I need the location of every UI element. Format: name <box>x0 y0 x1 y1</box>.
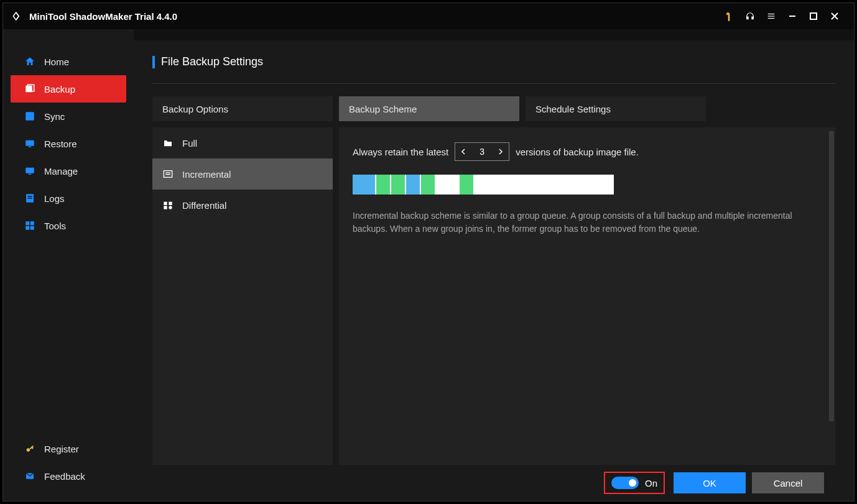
sidebar-item-backup[interactable]: Backup <box>11 75 126 103</box>
svg-rect-18 <box>30 221 34 225</box>
title-marker <box>152 56 155 68</box>
svg-rect-11 <box>29 147 32 148</box>
stepper-decrease[interactable] <box>455 143 471 160</box>
scheme-full[interactable]: Full <box>152 127 333 158</box>
sidebar-item-label: Sync <box>44 111 65 122</box>
sidebar-item-logs[interactable]: Logs <box>11 185 126 212</box>
sidebar-item-label: Restore <box>44 139 77 149</box>
full-icon <box>162 137 174 149</box>
ok-button[interactable]: OK <box>674 472 746 493</box>
scheme-label: Incremental <box>182 169 231 180</box>
footer: On OK Cancel <box>152 465 835 501</box>
sidebar-item-label: Tools <box>44 221 66 231</box>
key-icon[interactable] <box>718 6 739 27</box>
minimize-icon[interactable] <box>782 6 803 27</box>
toggle-label: On <box>645 478 657 488</box>
scheme-detail: Always retain the latest 3 versions of b… <box>339 127 835 465</box>
svg-rect-3 <box>768 16 775 16</box>
cancel-button[interactable]: Cancel <box>752 472 824 493</box>
app-title: MiniTool ShadowMaker Trial 4.4.0 <box>29 11 177 22</box>
svg-rect-20 <box>30 226 34 230</box>
scheme-differential[interactable]: Differential <box>152 190 333 221</box>
svg-rect-12 <box>25 168 34 173</box>
manage-icon <box>24 165 35 176</box>
svg-rect-9 <box>25 112 34 121</box>
svg-rect-5 <box>789 16 795 17</box>
svg-rect-19 <box>25 226 29 230</box>
stepper-value: 3 <box>471 147 493 157</box>
sidebar-item-restore[interactable]: Restore <box>11 130 126 157</box>
svg-rect-6 <box>810 13 817 19</box>
retain-suffix: versions of backup image file. <box>516 147 639 157</box>
page-title: File Backup Settings <box>161 55 263 68</box>
svg-rect-1 <box>752 17 753 19</box>
sidebar-item-tools[interactable]: Tools <box>11 212 126 239</box>
tools-icon <box>24 220 35 231</box>
sidebar-item-sync[interactable]: Sync <box>11 103 126 130</box>
svg-rect-15 <box>27 196 32 197</box>
svg-rect-16 <box>27 198 32 199</box>
app-logo-icon <box>12 11 23 22</box>
svg-rect-2 <box>768 14 775 14</box>
svg-rect-0 <box>747 17 748 19</box>
close-icon[interactable] <box>824 6 845 27</box>
scheme-list: Full Incremental Differential <box>152 127 333 465</box>
backup-icon <box>24 83 35 94</box>
svg-point-28 <box>169 206 172 209</box>
sync-icon <box>24 111 35 122</box>
sidebar-item-label: Register <box>44 444 79 454</box>
svg-point-21 <box>27 448 30 451</box>
sidebar-item-feedback[interactable]: Feedback <box>11 462 126 490</box>
svg-rect-27 <box>164 206 167 209</box>
svg-rect-13 <box>29 174 32 175</box>
svg-rect-26 <box>169 202 172 205</box>
tabs: Backup Options Backup Scheme Schedule Se… <box>152 96 835 121</box>
scheme-description: Incremental backup scheme is similar to … <box>353 209 822 236</box>
sidebar-item-manage[interactable]: Manage <box>11 157 126 185</box>
scheme-incremental[interactable]: Incremental <box>152 158 333 190</box>
sidebar: Home Backup Sync Restore Manage Logs <box>3 29 134 501</box>
scrollbar[interactable] <box>829 131 834 421</box>
sidebar-item-register[interactable]: Register <box>11 435 126 462</box>
retain-prefix: Always retain the latest <box>353 147 448 157</box>
sidebar-item-label: Feedback <box>44 471 85 482</box>
svg-rect-4 <box>768 18 775 19</box>
logs-icon <box>24 193 35 204</box>
content-area: File Backup Settings Backup Options Back… <box>134 40 854 501</box>
sidebar-item-label: Backup <box>44 84 75 94</box>
titlebar: MiniTool ShadowMaker Trial 4.4.0 <box>3 3 854 29</box>
version-stepper[interactable]: 3 <box>455 142 509 161</box>
tab-backup-scheme[interactable]: Backup Scheme <box>339 96 519 121</box>
home-icon <box>24 56 35 67</box>
divider <box>152 83 835 84</box>
incremental-icon <box>162 168 174 180</box>
toggle-highlight: On <box>604 472 665 494</box>
scheme-label: Differential <box>182 200 226 211</box>
headphones-icon[interactable] <box>739 6 761 27</box>
svg-rect-10 <box>25 140 34 146</box>
scheme-visual <box>353 175 614 195</box>
sidebar-item-home[interactable]: Home <box>11 48 126 75</box>
tab-backup-options[interactable]: Backup Options <box>152 96 333 121</box>
feedback-icon <box>24 470 35 482</box>
sidebar-item-label: Manage <box>44 166 78 176</box>
restore-icon <box>24 138 35 149</box>
register-key-icon <box>24 443 35 454</box>
tab-schedule-settings[interactable]: Schedule Settings <box>526 96 706 121</box>
menu-icon[interactable] <box>761 6 782 27</box>
toggle-knob <box>629 479 636 487</box>
svg-rect-25 <box>164 202 167 205</box>
sidebar-item-label: Logs <box>44 193 65 204</box>
svg-rect-17 <box>25 221 29 225</box>
stepper-increase[interactable] <box>493 143 509 160</box>
sidebar-item-label: Home <box>44 57 69 67</box>
maximize-icon[interactable] <box>803 6 824 27</box>
scheme-toggle[interactable] <box>611 477 639 489</box>
differential-icon <box>162 199 174 211</box>
scheme-label: Full <box>182 138 197 149</box>
